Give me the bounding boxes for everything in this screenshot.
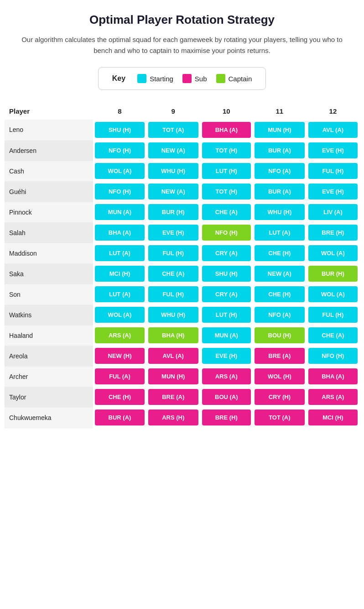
fixture-cell: BUR (A) [253,181,307,202]
col-gw11: 11 [253,103,307,120]
fixture-cell: TOT (A) [253,407,307,428]
fixture-cell: EVE (H) [307,181,359,202]
sub-swatch [182,74,192,83]
fixture-cell: NFO (A) [253,304,307,325]
fixture-cell: WOL (A) [307,284,359,304]
fixture-cell: EVE (H) [146,222,200,243]
fixture-cell: BOU (A) [200,387,253,407]
player-name-cell: Maddison [5,243,93,263]
fixture-cell: WOL (A) [93,304,146,325]
fixture-cell: NFO (A) [253,161,307,181]
fixture-cell: FUL (H) [307,304,359,325]
player-name-cell: Archer [5,366,93,387]
fixture-cell: BOU (H) [253,325,307,346]
table-row: ArcherFUL (A)MUN (H)ARS (A)WOL (H)BHA (A… [5,366,359,387]
fixture-cell: BHA (H) [146,325,200,346]
fixture-cell: NEW (H) [93,346,146,366]
fixture-cell: WHU (H) [146,304,200,325]
sub-label: Sub [195,75,207,83]
fixture-cell: BUR (H) [307,263,359,284]
fixture-cell: CRY (A) [200,284,253,304]
fixture-cell: WOL (A) [93,161,146,181]
fixture-cell: ARS (A) [307,387,359,407]
fixture-cell: CHE (A) [200,202,253,222]
fixture-cell: NFO (H) [93,140,146,161]
fixture-cell: TOT (A) [146,120,200,140]
fixture-cell: ARS (H) [146,407,200,428]
table-header-row: Player 8 9 10 11 12 [5,103,359,120]
fixture-cell: WOL (A) [307,243,359,263]
fixture-cell: WHU (H) [253,202,307,222]
starting-swatch [137,74,146,83]
fixture-cell: LUT (H) [200,304,253,325]
col-player: Player [5,103,93,120]
table-row: AndersenNFO (H)NEW (A)TOT (H)BUR (A)EVE … [5,140,359,161]
table-row: SonLUT (A)FUL (H)CRY (A)CHE (H)WOL (A) [5,284,359,304]
fixture-cell: NFO (H) [200,222,253,243]
fixture-cell: CHE (A) [146,263,200,284]
key-captain: Captain [216,74,252,83]
fixture-cell: LIV (A) [307,202,359,222]
fixture-cell: LUT (A) [93,284,146,304]
fixture-cell: TOT (H) [200,181,253,202]
fixture-cell: FUL (H) [146,284,200,304]
fixture-cell: CHE (A) [307,325,359,346]
table-row: WatkinsWOL (A)WHU (H)LUT (H)NFO (A)FUL (… [5,304,359,325]
fixture-cell: CRY (H) [253,387,307,407]
fixture-cell: BHA (A) [200,120,253,140]
fixture-cell: TOT (H) [200,140,253,161]
col-gw12: 12 [307,103,359,120]
fixture-cell: CHE (H) [253,243,307,263]
fixture-cell: FUL (H) [146,243,200,263]
fixture-cell: SHU (H) [93,120,146,140]
table-row: CashWOL (A)WHU (H)LUT (H)NFO (A)FUL (H) [5,161,359,181]
legend-box: Key Starting Sub Captain [98,67,266,90]
player-name-cell: Watkins [5,304,93,325]
col-gw10: 10 [200,103,253,120]
fixture-cell: AVL (A) [307,120,359,140]
player-name-cell: Andersen [5,140,93,161]
table-row: ChukwuemekaBUR (A)ARS (H)BRE (H)TOT (A)M… [5,407,359,428]
fixture-cell: LUT (A) [253,222,307,243]
col-gw8: 8 [93,103,146,120]
table-row: GuéhiNFO (H)NEW (A)TOT (H)BUR (A)EVE (H) [5,181,359,202]
fixture-cell: MUN (H) [146,366,200,387]
fixture-cell: BRE (H) [307,222,359,243]
fixture-cell: WHU (H) [146,161,200,181]
captain-swatch [216,74,225,83]
col-gw9: 9 [146,103,200,120]
fixture-cell: MCI (H) [93,263,146,284]
table-row: HaalandARS (A)BHA (H)MUN (A)BOU (H)CHE (… [5,325,359,346]
description-text: Our algorithm calculates the optimal squ… [0,34,364,67]
fixture-cell: NEW (A) [146,181,200,202]
player-name-cell: Haaland [5,325,93,346]
fixture-cell: BUR (A) [253,140,307,161]
fixture-cell: WOL (H) [253,366,307,387]
fixture-cell: FUL (H) [307,161,359,181]
player-name-cell: Cash [5,161,93,181]
key-starting: Starting [137,74,173,83]
table-row: SalahBHA (A)EVE (H)NFO (H)LUT (A)BRE (H) [5,222,359,243]
fixture-cell: AVL (A) [146,346,200,366]
fixture-cell: LUT (H) [200,161,253,181]
player-name-cell: Taylor [5,387,93,407]
table-row: AreolaNEW (H)AVL (A)EVE (H)BRE (A)NFO (H… [5,346,359,366]
table-row: MaddisonLUT (A)FUL (H)CRY (A)CHE (H)WOL … [5,243,359,263]
fixture-cell: EVE (H) [307,140,359,161]
rotation-table: Player 8 9 10 11 12 LenoSHU (H)TOT (A)BH… [5,103,359,428]
player-name-cell: Pinnock [5,202,93,222]
fixture-cell: BRE (H) [200,407,253,428]
fixture-cell: NFO (H) [93,181,146,202]
player-name-cell: Leno [5,120,93,140]
table-row: TaylorCHE (H)BRE (A)BOU (A)CRY (H)ARS (A… [5,387,359,407]
table-row: SakaMCI (H)CHE (A)SHU (H)NEW (A)BUR (H) [5,263,359,284]
key-label: Key [112,74,125,83]
player-name-cell: Chukwuemeka [5,407,93,428]
fixture-cell: MUN (A) [93,202,146,222]
fixture-cell: NEW (A) [253,263,307,284]
captain-label: Captain [229,75,252,83]
fixture-cell: MCI (H) [307,407,359,428]
fixture-cell: ARS (A) [200,366,253,387]
fixture-cell: SHU (H) [200,263,253,284]
player-name-cell: Saka [5,263,93,284]
